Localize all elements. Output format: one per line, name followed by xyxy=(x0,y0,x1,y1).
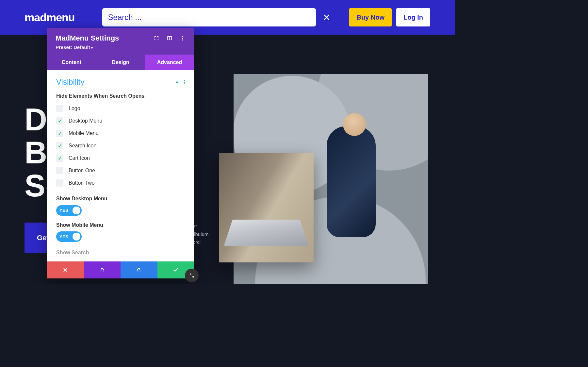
hero-body-line2: tibulum xyxy=(193,231,208,237)
checkbox[interactable] xyxy=(56,142,63,149)
expand-arrows-icon xyxy=(189,273,195,278)
login-button[interactable]: Log In xyxy=(396,8,430,26)
columns-icon[interactable] xyxy=(167,35,172,41)
foreground-image-laptop xyxy=(219,153,314,262)
panel-footer xyxy=(47,261,194,278)
section-title: Visibility xyxy=(56,77,84,87)
show-desktop-toggle[interactable]: YES xyxy=(56,205,82,216)
search-input[interactable] xyxy=(102,8,316,26)
topbar-buttons: Buy Now Log In xyxy=(349,8,430,26)
checkbox[interactable] xyxy=(56,167,63,174)
panel-title: MadMenu Settings xyxy=(56,34,119,42)
show-mobile-label: Show Mobile Menu xyxy=(56,222,185,229)
chevron-up-icon[interactable] xyxy=(175,81,179,83)
panel-tabs: Content Design Advanced xyxy=(47,55,194,70)
checkbox[interactable] xyxy=(56,130,63,137)
checkbox[interactable] xyxy=(56,105,63,112)
hide-elements-label: Hide Elements When Search Opens xyxy=(56,92,185,100)
checkbox-label: Cart Icon xyxy=(69,155,90,161)
buy-now-button[interactable]: Buy Now xyxy=(349,8,392,26)
section-head-visibility[interactable]: Visibility xyxy=(56,77,185,87)
show-desktop-label: Show Desktop Menu xyxy=(56,195,185,202)
show-search-label: Show Search xyxy=(56,249,185,256)
checkbox[interactable] xyxy=(56,179,63,187)
checkbox-row[interactable]: Button One xyxy=(56,164,185,177)
checkbox-row[interactable]: Cart Icon xyxy=(56,152,185,164)
settings-panel: MadMenu Settings Preset: Default Content… xyxy=(47,28,194,278)
check-icon xyxy=(173,267,179,273)
tab-content[interactable]: Content xyxy=(47,55,96,70)
expand-handle[interactable] xyxy=(185,269,199,282)
checkbox-row[interactable]: Logo xyxy=(56,102,185,115)
more-vertical-icon[interactable] xyxy=(180,35,186,41)
hero-body-text: et tibulum orci xyxy=(193,223,208,246)
checkbox-row[interactable]: Search Icon xyxy=(56,140,185,152)
checkbox-label: Button One xyxy=(69,168,95,174)
site-logo: madmenu xyxy=(24,11,75,24)
checkbox-label: Button Two xyxy=(69,180,95,186)
fullscreen-icon[interactable] xyxy=(154,35,159,41)
show-mobile-toggle[interactable]: YES xyxy=(56,231,82,242)
panel-body: Visibility Hide Elements When Search Ope… xyxy=(47,70,194,261)
undo-icon xyxy=(99,267,105,273)
checkbox-label: Desktop Menu xyxy=(69,118,102,124)
undo-button[interactable] xyxy=(84,261,121,278)
checkbox-label: Logo xyxy=(69,106,80,111)
tab-design[interactable]: Design xyxy=(96,55,145,70)
checkbox-row[interactable]: Mobile Menu xyxy=(56,127,185,140)
checkbox[interactable] xyxy=(56,117,63,125)
checkbox-label: Search Icon xyxy=(69,143,96,149)
background-image-person xyxy=(327,126,376,237)
panel-header: MadMenu Settings Preset: Default xyxy=(47,28,194,55)
search-close-icon[interactable]: ✕ xyxy=(320,11,332,23)
cancel-button[interactable] xyxy=(47,261,84,278)
section-more-icon[interactable] xyxy=(184,80,185,84)
redo-icon xyxy=(136,267,142,273)
checkbox-row[interactable]: Desktop Menu xyxy=(56,115,185,127)
svg-point-1 xyxy=(182,38,183,39)
redo-button[interactable] xyxy=(121,261,157,278)
checkbox-row[interactable]: Button Two xyxy=(56,177,185,189)
svg-point-0 xyxy=(182,36,183,37)
close-icon xyxy=(62,267,68,273)
checkbox[interactable] xyxy=(56,155,63,162)
laptop-keyboard-shape xyxy=(224,220,309,246)
tab-advanced[interactable]: Advanced xyxy=(145,55,194,70)
svg-point-2 xyxy=(182,40,183,41)
checkbox-label: Mobile Menu xyxy=(69,130,99,136)
search-wrap: ✕ xyxy=(102,8,333,26)
checkbox-list: LogoDesktop MenuMobile MenuSearch IconCa… xyxy=(56,102,185,189)
preset-dropdown[interactable]: Preset: Default xyxy=(56,44,186,50)
